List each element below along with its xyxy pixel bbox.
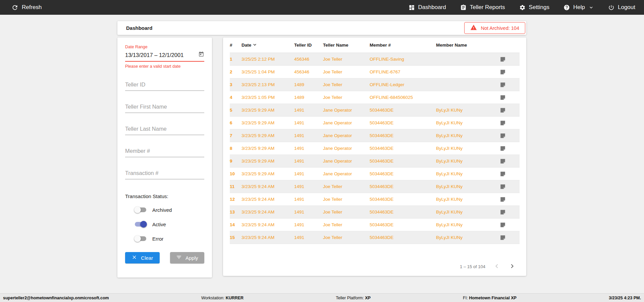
gear-icon bbox=[519, 4, 526, 11]
cell-member-number: 5034463DE bbox=[370, 171, 436, 176]
nav-item-settings[interactable]: Settings bbox=[519, 4, 549, 11]
table-row[interactable]: 53/23/25 9:29 AM1491Jane Operator5034463… bbox=[230, 104, 520, 117]
error-toggle-label: Error bbox=[152, 236, 163, 242]
table-row[interactable]: 103/23/25 9:29 AM1491Jane Operator503446… bbox=[230, 168, 520, 180]
table-row[interactable]: 113/23/25 9:24 AM1491Joe Teller5034463DE… bbox=[230, 180, 520, 193]
active-toggle[interactable] bbox=[135, 222, 146, 227]
cell-member-number: 5034463DE bbox=[370, 120, 436, 125]
column-header-teller-id[interactable]: Teller ID bbox=[294, 43, 323, 48]
cell-member-number: 5034463DE bbox=[370, 159, 436, 164]
cell-row-number: 3 bbox=[230, 82, 241, 87]
member-number-input[interactable] bbox=[125, 147, 204, 157]
error-toggle[interactable] bbox=[135, 236, 146, 241]
note-icon[interactable] bbox=[500, 107, 520, 113]
platform-label: Teller Platform: bbox=[336, 296, 364, 300]
note-icon[interactable] bbox=[500, 56, 520, 62]
cell-member-number: OFFLINE-Ledger bbox=[370, 82, 436, 87]
nav-item-label: Dashboard bbox=[418, 4, 446, 11]
cell-teller-id: 1489 bbox=[294, 95, 323, 100]
active-toggle-label: Active bbox=[152, 222, 166, 227]
teller-last-name-input[interactable] bbox=[125, 125, 204, 135]
refresh-icon bbox=[11, 4, 18, 11]
table-row[interactable]: 83/23/25 9:29 AM1491Jane Operator5034463… bbox=[230, 142, 520, 155]
filter-icon bbox=[176, 254, 182, 261]
cell-date: 3/23/25 9:29 AM bbox=[241, 159, 294, 164]
note-icon[interactable] bbox=[500, 184, 520, 190]
transactions-table-card: # Date Teller ID Teller Name Member # Me… bbox=[223, 38, 526, 276]
archived-toggle[interactable] bbox=[135, 207, 146, 212]
cell-member-name: ByLyJI KUNy bbox=[436, 197, 500, 202]
not-archived-badge[interactable]: Not Archived: 104 bbox=[464, 22, 525, 34]
note-icon[interactable] bbox=[500, 145, 520, 152]
clear-button-label: Clear bbox=[141, 255, 153, 261]
column-header-date[interactable]: Date bbox=[241, 42, 294, 49]
clear-button[interactable]: Clear bbox=[125, 252, 160, 263]
apply-button[interactable]: Apply bbox=[170, 252, 205, 263]
cell-date: 3/23/25 9:29 AM bbox=[241, 146, 294, 151]
note-icon[interactable] bbox=[500, 196, 520, 202]
table-row[interactable]: 73/23/25 9:29 AM1491Jane Operator5034463… bbox=[230, 129, 520, 142]
nav-item-label: Settings bbox=[529, 4, 549, 11]
note-icon[interactable] bbox=[500, 171, 520, 177]
table-row[interactable]: 43/23/25 1:05 PM1489Joe TellerOFFLINE-68… bbox=[230, 91, 520, 104]
date-range-field[interactable]: Date Range 13/13/2017 – 12/1/2001 Please… bbox=[125, 45, 204, 69]
teller-id-input[interactable] bbox=[125, 81, 204, 91]
teller-first-name-input[interactable] bbox=[125, 103, 204, 113]
column-header-member-num[interactable]: Member # bbox=[370, 43, 436, 48]
cell-row-number: 10 bbox=[230, 171, 241, 176]
column-header-num[interactable]: # bbox=[230, 43, 241, 48]
nav-item-teller-reports[interactable]: Teller Reports bbox=[460, 4, 505, 11]
nav-item-dashboard[interactable]: Dashboard bbox=[409, 4, 446, 11]
cell-teller-id: 1491 bbox=[294, 133, 323, 138]
note-icon[interactable] bbox=[500, 235, 520, 241]
cell-date: 3/25/25 1:04 PM bbox=[241, 69, 294, 74]
footer-workstation: Workstation: KURRER bbox=[201, 296, 244, 300]
table-row[interactable]: 93/23/25 9:29 AM1491Jane Operator5034463… bbox=[230, 155, 520, 168]
column-header-teller-name[interactable]: Teller Name bbox=[323, 43, 370, 48]
next-page-button[interactable] bbox=[508, 262, 516, 271]
refresh-label: Refresh bbox=[22, 4, 42, 11]
cell-member-number: 5034463DE bbox=[370, 209, 436, 215]
cell-teller-name: Jane Operator bbox=[323, 120, 370, 125]
note-icon[interactable] bbox=[500, 222, 520, 228]
note-icon[interactable] bbox=[500, 69, 520, 75]
nav-item-help[interactable]: Help bbox=[564, 4, 594, 11]
archived-toggle-row: Archived bbox=[125, 206, 204, 214]
date-range-value[interactable]: 13/13/2017 – 12/1/2001 bbox=[125, 52, 198, 58]
note-icon[interactable] bbox=[500, 158, 520, 164]
nav-item-logout[interactable]: Logout bbox=[608, 4, 635, 11]
platform-value: XP bbox=[365, 296, 371, 300]
note-icon[interactable] bbox=[500, 82, 520, 88]
table-row[interactable]: 143/23/25 9:24 AM1491Joe Teller5034463DE… bbox=[230, 219, 520, 231]
table-row[interactable]: 23/25/25 1:04 PM456346Joe TellerOFFLINE-… bbox=[230, 66, 520, 78]
note-icon[interactable] bbox=[500, 95, 520, 101]
calendar-icon[interactable] bbox=[198, 51, 204, 59]
clipboard-icon bbox=[460, 4, 467, 11]
table-row[interactable]: 13/25/25 2:12 PM456346Joe TellerOFFLINE-… bbox=[230, 53, 520, 66]
transaction-number-field bbox=[125, 169, 204, 179]
note-icon[interactable] bbox=[500, 209, 520, 215]
table-row[interactable]: 153/23/25 9:24 AM1491Joe Teller5034463DE… bbox=[230, 231, 520, 244]
column-header-member-name[interactable]: Member Name bbox=[436, 43, 500, 48]
cell-row-number: 7 bbox=[230, 133, 241, 138]
table-row[interactable]: 33/23/25 2:13 PM1489Joe TellerOFFLINE-Le… bbox=[230, 78, 520, 91]
table-row[interactable]: 133/23/25 9:24 AM1491Joe Teller5034463DE… bbox=[230, 206, 520, 219]
note-icon[interactable] bbox=[500, 120, 520, 126]
cell-date: 3/23/25 2:13 PM bbox=[241, 82, 294, 87]
transaction-number-input[interactable] bbox=[125, 169, 204, 179]
cell-teller-name: Jane Operator bbox=[323, 108, 370, 113]
cell-teller-id: 1491 bbox=[294, 197, 323, 202]
table-row[interactable]: 63/23/25 9:29 AM1491Jane Operator5034463… bbox=[230, 117, 520, 129]
cell-row-number: 13 bbox=[230, 209, 241, 215]
cell-teller-id: 1491 bbox=[294, 159, 323, 164]
note-icon[interactable] bbox=[500, 133, 520, 139]
previous-page-button[interactable] bbox=[493, 262, 501, 271]
power-icon bbox=[608, 4, 614, 11]
warning-triangle-icon bbox=[470, 24, 477, 32]
chevron-down-icon bbox=[588, 5, 594, 10]
table-row[interactable]: 123/23/25 9:24 AM1491Joe Teller5034463DE… bbox=[230, 193, 520, 206]
refresh-button[interactable]: Refresh bbox=[11, 4, 42, 11]
cell-member-name: ByLyJI KUNy bbox=[436, 120, 500, 125]
cell-teller-name: Joe Teller bbox=[323, 222, 370, 227]
cell-teller-name: Joe Teller bbox=[323, 209, 370, 215]
